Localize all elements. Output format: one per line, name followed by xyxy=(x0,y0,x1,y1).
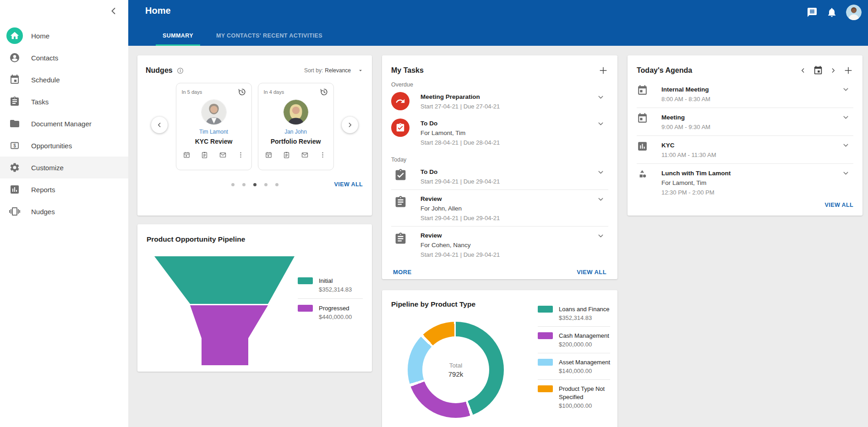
carousel-dot[interactable] xyxy=(231,183,235,186)
notifications-bell-icon[interactable] xyxy=(826,7,837,18)
tab-summary[interactable]: SUMMARY xyxy=(156,32,200,46)
carousel-dot[interactable] xyxy=(275,183,278,186)
agenda-row[interactable]: Lunch with Tim Lamont For Lamont, Tim 12… xyxy=(637,163,853,201)
donut-total-label: Total xyxy=(449,362,463,369)
nudge-card-kyc-review[interactable]: In 5 days Tim Lamont xyxy=(176,83,252,170)
legend-label: Asset Management xyxy=(559,359,610,366)
funnel-chart-title: Product Opportunity Pipeline xyxy=(147,235,245,243)
sidebar-item-document-manager[interactable]: Document Manager xyxy=(0,113,128,135)
gear-icon xyxy=(6,159,23,176)
sidebar-item-reports[interactable]: Reports xyxy=(0,178,128,200)
contact-name-link[interactable]: Jan John xyxy=(264,129,328,135)
nudge-topic: Portfolio Review xyxy=(264,138,328,145)
tasks-more-link[interactable]: MORE xyxy=(393,269,412,276)
expand-chevron-icon[interactable] xyxy=(597,195,605,203)
expand-chevron-icon[interactable] xyxy=(597,232,605,240)
donut-chart-title: Pipeline by Product Type xyxy=(391,300,475,308)
history-icon[interactable] xyxy=(320,88,328,96)
main-area: Home SUMMARY MY CONTACTS' RECENT ACTIVIT… xyxy=(128,0,868,427)
legend-item-loans-finance: Loans and Finance $352,314.83 xyxy=(538,300,610,326)
sidebar-item-tasks[interactable]: Tasks xyxy=(0,91,128,113)
expand-chevron-icon[interactable] xyxy=(597,168,605,176)
more-options-kebab-icon[interactable] xyxy=(319,151,327,159)
contact-name-link[interactable]: Tim Lamont xyxy=(182,129,246,135)
task-row[interactable]: Review For Cohen, Nancy Start 29-04-21 |… xyxy=(391,226,608,263)
info-icon[interactable] xyxy=(177,67,184,74)
donut-chart: Total 792k xyxy=(408,322,504,418)
tasks-view-all-link[interactable]: VIEW ALL xyxy=(577,269,606,276)
legend-swatch xyxy=(298,277,313,284)
task-action-icon[interactable] xyxy=(201,151,208,159)
email-action-icon[interactable] xyxy=(301,151,309,159)
sidebar-collapse-button[interactable] xyxy=(108,5,119,16)
legend-item-not-specified: Product Type Not Specified $100,000.00 xyxy=(538,379,610,414)
sort-by-control[interactable]: Sort by: Relevance xyxy=(304,67,364,74)
legend-item-progressed: Progressed $440,000.00 xyxy=(298,298,363,326)
expand-chevron-icon[interactable] xyxy=(842,141,850,149)
agenda-prev-day-icon[interactable] xyxy=(799,67,807,74)
sidebar-item-opportunities[interactable]: $ Opportunities xyxy=(0,135,128,157)
task-row[interactable]: To Do Start 29-04-21 | Due 29-04-21 xyxy=(391,163,608,189)
schedule-action-icon[interactable] xyxy=(265,151,273,159)
sidebar-item-schedule[interactable]: Schedule xyxy=(0,69,128,91)
dashboard-content: Nudges Sort by: Relevance xyxy=(128,46,868,427)
chat-icon[interactable] xyxy=(807,7,818,18)
task-row[interactable]: To Do For Lamont, Tim Start 28-04-21 | D… xyxy=(391,114,608,151)
carousel-dot[interactable] xyxy=(242,183,246,186)
legend-item-asset-management: Asset Management $140,000.00 xyxy=(538,353,610,379)
carousel-dot-active[interactable] xyxy=(253,183,257,186)
task-row[interactable]: Meeting Preparation Start 27-04-21 | Due… xyxy=(391,88,608,114)
expand-chevron-icon[interactable] xyxy=(842,114,850,121)
task-row[interactable]: Review For John, Allen Start 29-04-21 | … xyxy=(391,189,608,226)
sidebar-item-home[interactable]: Home xyxy=(0,25,128,47)
agenda-row[interactable]: Meeting 9:00 AM - 9:30 AM xyxy=(637,108,853,135)
nudge-due-label: In 4 days xyxy=(264,89,284,95)
email-action-icon[interactable] xyxy=(219,151,227,159)
legend-label: Cash Management xyxy=(559,332,609,339)
agenda-view-all-link[interactable]: VIEW ALL xyxy=(825,202,853,208)
expand-chevron-icon[interactable] xyxy=(842,86,850,93)
legend-label: Loans and Finance xyxy=(559,306,610,313)
sidebar-item-customize[interactable]: Customize xyxy=(0,157,128,178)
nudge-vibration-icon xyxy=(6,203,23,220)
review-clipboard-icon xyxy=(394,232,407,245)
task-dates: Start 29-04-21 | Due 29-04-21 xyxy=(420,213,500,223)
contact-photo xyxy=(201,99,227,125)
carousel-dot[interactable] xyxy=(264,183,267,186)
page-title: Home xyxy=(145,5,171,16)
calendar-icon xyxy=(6,71,23,88)
expand-chevron-icon[interactable] xyxy=(597,120,605,128)
sidebar-item-contacts[interactable]: Contacts xyxy=(0,47,128,69)
task-dates: Start 29-04-21 | Due 29-04-21 xyxy=(420,250,500,259)
task-action-icon[interactable] xyxy=(283,151,290,159)
tab-recent-activities[interactable]: MY CONTACTS' RECENT ACTIVITIES xyxy=(209,32,329,46)
agenda-next-day-icon[interactable] xyxy=(830,67,837,74)
event-assignee: For Lamont, Tim xyxy=(661,178,731,188)
event-title: Internal Meeting xyxy=(661,85,710,94)
agenda-add-plus-icon[interactable] xyxy=(843,65,853,76)
sidebar-item-label: Nudges xyxy=(31,208,55,216)
more-options-kebab-icon[interactable] xyxy=(237,151,245,159)
nudges-view-all-link[interactable]: VIEW ALL xyxy=(334,181,363,188)
nudges-card: Nudges Sort by: Relevance xyxy=(137,55,372,216)
carousel-next-button[interactable] xyxy=(342,117,358,133)
review-clipboard-icon xyxy=(394,195,407,209)
sidebar-item-label: Opportunities xyxy=(31,142,72,150)
agenda-row[interactable]: Internal Meeting 8:00 AM - 8:30 AM xyxy=(637,80,853,108)
app-window: Home Contacts Schedule Tasks Doc xyxy=(0,0,868,427)
agenda-calendar-icon[interactable] xyxy=(813,65,823,76)
agenda-row[interactable]: KYC 11:00 AM - 11:30 AM xyxy=(637,135,853,163)
sidebar-item-label: Contacts xyxy=(31,54,58,62)
sidebar-item-nudges[interactable]: Nudges xyxy=(0,200,128,222)
legend-swatch xyxy=(298,305,313,312)
expand-chevron-icon[interactable] xyxy=(597,93,605,101)
bar-chart-icon xyxy=(6,181,23,198)
expand-chevron-icon[interactable] xyxy=(842,169,850,177)
history-icon[interactable] xyxy=(238,88,246,96)
carousel-prev-button[interactable] xyxy=(151,117,168,133)
legend-label: Initial xyxy=(319,277,333,284)
schedule-action-icon[interactable] xyxy=(183,151,191,159)
add-task-plus-icon[interactable] xyxy=(598,65,608,76)
user-avatar[interactable] xyxy=(846,5,862,20)
nudge-card-portfolio-review[interactable]: In 4 days Jan John xyxy=(258,83,334,170)
